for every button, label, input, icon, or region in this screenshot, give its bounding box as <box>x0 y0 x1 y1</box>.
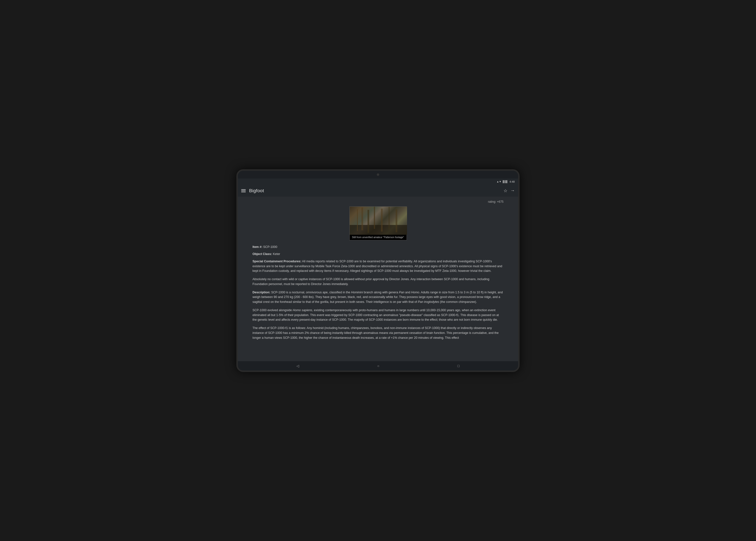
effect-section: The effect of SCP-1000-f1 is as follows:… <box>252 326 504 340</box>
device-screen: ▲▼ ▌▌▌ 4:48 Bigfoot rating: +675 <box>238 171 518 370</box>
nav-recents-button[interactable] <box>458 364 460 368</box>
evolved-text-1: SCP-1000 evolved alongside <box>252 308 293 312</box>
special-containment-section: Special Containment Procedures: All medi… <box>252 259 504 273</box>
description-text-5: (the common chimpanzee). <box>439 300 477 303</box>
object-class-line: Object Class: Keter <box>252 252 504 257</box>
description-text-3: and <box>404 290 411 294</box>
homo-text: Homo <box>411 290 419 294</box>
nav-back-button[interactable] <box>296 364 299 368</box>
item-number-line: Item #: SCP-1000 <box>252 245 504 250</box>
description-label: Description: <box>252 290 270 294</box>
image-caption: Still from unverified amateur "Patterson… <box>350 235 407 240</box>
status-bar: ▲▼ ▌▌▌ 4:48 <box>238 179 518 185</box>
object-class-label: Object Class: <box>252 252 272 256</box>
pan-troglodytes-text: Pan troglodytes <box>418 300 439 303</box>
special-containment-label: Special Containment Procedures: <box>252 260 301 263</box>
scp-image <box>350 207 407 235</box>
hominini-text: Hominini <box>351 290 363 294</box>
app-bar-actions <box>504 188 515 194</box>
scp-image-wrapper: Still from unverified amateur "Patterson… <box>349 207 407 240</box>
app-title: Bigfoot <box>249 188 500 194</box>
app-bar: Bigfoot <box>238 185 518 197</box>
status-right: ▲▼ ▌▌▌ 4:48 <box>497 180 515 183</box>
camera-dot <box>377 174 379 176</box>
containment-para2: Absolutely no contact with wild or capti… <box>252 277 504 287</box>
description-text-2: branch along with genera <box>363 290 399 294</box>
forward-button[interactable] <box>510 188 515 193</box>
description-section: Description: SCP-1000 is a nocturnal, om… <box>252 290 504 304</box>
item-number-label: Item #: <box>252 245 262 249</box>
rating-line: rating: +675 <box>252 200 504 204</box>
content-area[interactable]: rating: +675 Still from unverified amate… <box>238 197 518 361</box>
item-number-value: SCP-1000 <box>263 245 277 249</box>
signal-icon: ▲▼ <box>497 180 502 183</box>
nav-home-button[interactable] <box>377 364 379 368</box>
bars-icon: ▌▌▌ <box>503 180 508 183</box>
evolved-section: SCP-1000 evolved alongside Homo sapiens,… <box>252 308 504 322</box>
pan-text: Pan <box>399 290 404 294</box>
object-class-value: Keter <box>273 252 280 256</box>
nav-bar <box>238 361 518 370</box>
homo-sapiens-text: Homo sapiens <box>293 308 312 312</box>
camera-bar <box>238 171 518 179</box>
image-container: Still from unverified amateur "Patterson… <box>252 207 504 240</box>
device-frame: ▲▼ ▌▌▌ 4:48 Bigfoot rating: +675 <box>236 169 520 372</box>
description-text-1: SCP-1000 is a nocturnal, omnivorous ape,… <box>270 290 351 294</box>
star-button[interactable] <box>504 188 508 194</box>
status-time: 4:48 <box>510 180 515 183</box>
hamburger-menu-button[interactable] <box>241 189 246 192</box>
